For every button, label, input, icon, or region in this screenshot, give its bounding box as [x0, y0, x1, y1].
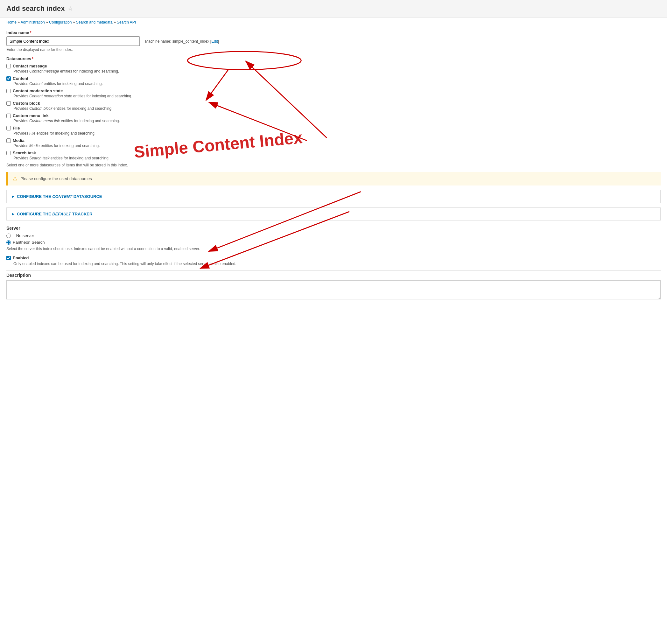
- index-name-label: Index name*: [6, 30, 661, 35]
- server-pantheon-label[interactable]: Pantheon Search: [13, 240, 45, 245]
- main-content: Index name* Machine name: simple_content…: [0, 27, 667, 314]
- breadcrumb: Home » Administration » Configuration » …: [0, 17, 667, 27]
- configure-tracker-header[interactable]: ▶ CONFIGURE THE DEFAULT TRACKER: [7, 208, 660, 220]
- enabled-section: Enabled Only enabled indexes can be used…: [6, 255, 661, 266]
- datasources-label: Datasources*: [6, 56, 661, 61]
- index-name-group: Index name* Machine name: simple_content…: [6, 30, 661, 52]
- configure-content-section[interactable]: ▶ CONFIGURE THE CONTENT DATASOURCE: [6, 190, 661, 203]
- datasources-group: Datasources* Contact message Provides Co…: [6, 56, 661, 167]
- datasource-file-checkbox[interactable]: [6, 126, 11, 130]
- datasource-custom-block-checkbox[interactable]: [6, 101, 11, 106]
- enabled-checkbox[interactable]: [6, 256, 11, 260]
- datasource-search-task: Search task Provides Search task entitie…: [6, 150, 661, 160]
- machine-name-edit-link[interactable]: Edit: [211, 39, 218, 44]
- datasource-contact-message: Contact message Provides Contact message…: [6, 64, 661, 73]
- datasource-content-checkbox[interactable]: [6, 76, 11, 81]
- enabled-label[interactable]: Enabled: [6, 255, 661, 260]
- datasource-content: Content Provides Content entities for in…: [6, 76, 661, 86]
- datasource-content-moderation: Content moderation state Provides Conten…: [6, 88, 661, 98]
- index-name-description: Enter the displayed name for the index.: [6, 47, 661, 52]
- datasource-media: Media Provides Media entities for indexi…: [6, 138, 661, 148]
- breadcrumb-home[interactable]: Home: [6, 20, 17, 24]
- chevron-right-icon: ▶: [12, 195, 14, 198]
- machine-name: Machine name: simple_content_index [Edit…: [145, 39, 219, 44]
- configure-content-header[interactable]: ▶ CONFIGURE THE CONTENT DATASOURCE: [7, 190, 660, 203]
- breadcrumb-search-metadata[interactable]: Search and metadata: [76, 20, 113, 24]
- description-group: Description: [6, 273, 661, 300]
- datasource-select-note: Select one or more datasources of items …: [6, 163, 661, 167]
- datasource-custom-block: Custom block Provides Custom block entit…: [6, 101, 661, 111]
- description-label: Description: [6, 273, 661, 278]
- datasource-content-moderation-checkbox[interactable]: [6, 89, 11, 93]
- datasource-file: File Provides File entities for indexing…: [6, 126, 661, 135]
- breadcrumb-configuration[interactable]: Configuration: [49, 20, 71, 24]
- warning-box: ⚠ Please configure the used datasources: [6, 172, 661, 185]
- datasource-media-checkbox[interactable]: [6, 138, 11, 143]
- enabled-description: Only enabled indexes can be used for ind…: [13, 262, 661, 266]
- page-header: Add search index ☆: [0, 0, 667, 17]
- datasource-search-task-checkbox[interactable]: [6, 151, 11, 155]
- server-label: Server: [6, 226, 661, 231]
- breadcrumb-search-api[interactable]: Search API: [117, 20, 136, 24]
- warning-icon: ⚠: [13, 176, 17, 182]
- server-no-server-radio[interactable]: [6, 233, 11, 238]
- configure-tracker-section[interactable]: ▶ CONFIGURE THE DEFAULT TRACKER: [6, 208, 661, 220]
- datasource-contact-message-checkbox[interactable]: [6, 64, 11, 68]
- chevron-right-icon-2: ▶: [12, 212, 14, 216]
- server-pantheon: Pantheon Search: [6, 240, 661, 245]
- server-no-server-label[interactable]: – No server –: [13, 233, 37, 238]
- datasource-custom-menu-link-checkbox[interactable]: [6, 114, 11, 118]
- breadcrumb-administration[interactable]: Administration: [21, 20, 45, 24]
- server-section: Server – No server – Pantheon Search Sel…: [6, 226, 661, 251]
- server-pantheon-radio[interactable]: [6, 240, 11, 245]
- index-name-row: Machine name: simple_content_index [Edit…: [6, 36, 661, 46]
- divider: [6, 270, 661, 271]
- server-note: Select the server this index should use.…: [6, 247, 661, 251]
- server-no-server: – No server –: [6, 233, 661, 238]
- favorite-star-icon[interactable]: ☆: [68, 5, 73, 12]
- page-title: Add search index: [6, 4, 65, 13]
- warning-text: Please configure the used datasources: [20, 176, 92, 181]
- index-name-input[interactable]: [6, 36, 140, 46]
- datasource-custom-menu-link: Custom menu link Provides Custom menu li…: [6, 113, 661, 123]
- description-input[interactable]: [6, 280, 661, 299]
